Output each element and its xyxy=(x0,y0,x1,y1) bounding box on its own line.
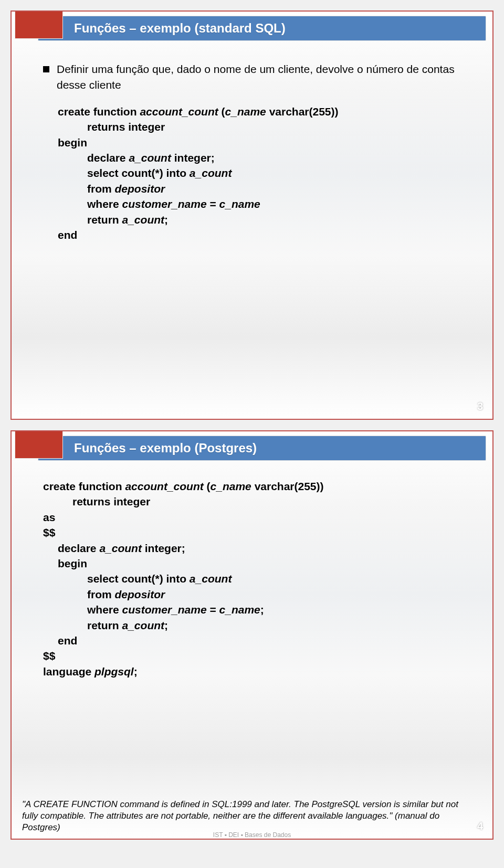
code-kw: ; xyxy=(260,604,264,616)
code-col: customer_name xyxy=(122,198,210,210)
code-kw: declare xyxy=(58,542,99,554)
code-kw: = xyxy=(209,198,219,210)
code-id: account_count xyxy=(140,105,221,118)
code-id: depositor xyxy=(115,183,165,195)
code-kw: $$ xyxy=(43,650,55,662)
bullet-text: Definir uma função que, dado o nome de u… xyxy=(57,61,471,93)
code-id: a_count xyxy=(122,214,165,226)
code-kw: end xyxy=(58,634,77,647)
code-kw: ; xyxy=(134,665,138,678)
slide-title: Funções – exemplo (standard SQL) xyxy=(38,16,486,41)
code-id: c_name xyxy=(225,105,269,118)
code-id: depositor xyxy=(115,588,165,600)
footnote-text: "A CREATE FUNCTION command is defined in… xyxy=(22,799,464,833)
code-kw: varchar(255)) xyxy=(255,480,324,492)
page-number: 4 xyxy=(477,820,483,832)
code-kw: varchar(255)) xyxy=(269,105,339,118)
code-kw: return xyxy=(87,214,122,226)
decorative-red-square xyxy=(15,10,63,39)
decorative-red-square xyxy=(15,430,63,459)
code-kw: returns integer xyxy=(72,495,150,507)
code-kw: where xyxy=(87,604,122,616)
code-paren: ( xyxy=(207,480,211,492)
code-id: a_count xyxy=(99,542,144,554)
code-id: account_count xyxy=(125,480,206,492)
code-id: c_name xyxy=(219,604,260,616)
code-id: c_name xyxy=(219,198,260,210)
slide-1: Funções – exemplo (standard SQL) Definir… xyxy=(10,10,494,420)
code-kw: select count(*) into xyxy=(87,573,190,585)
code-kw: begin xyxy=(58,136,87,149)
code-paren: ( xyxy=(222,105,225,118)
code-kw: integer; xyxy=(145,542,185,554)
code-id: a_count xyxy=(129,152,174,164)
slide-content: Definir uma função que, dado o nome de u… xyxy=(43,61,471,242)
code-kw: declare xyxy=(87,152,129,164)
code-id: a_count xyxy=(122,619,165,631)
code-id: a_count xyxy=(190,167,232,179)
code-kw: return xyxy=(87,619,122,631)
code-kw: create function xyxy=(58,105,140,118)
code-kw: from xyxy=(87,588,115,600)
slide-2: Funções – exemplo (Postgres) create func… xyxy=(10,430,494,840)
code-id: c_name xyxy=(211,480,255,492)
code-kw: language xyxy=(43,665,94,678)
code-kw: begin xyxy=(58,557,87,569)
code-kw: ; xyxy=(164,214,168,226)
code-kw: from xyxy=(87,183,115,195)
code-block: create function account_count (c_name va… xyxy=(43,479,471,679)
code-block: create function account_count (c_name va… xyxy=(58,104,471,243)
bullet-marker-icon xyxy=(43,66,49,72)
code-kw: = xyxy=(209,604,219,616)
code-kw: where xyxy=(87,198,122,210)
code-kw: end xyxy=(58,229,77,241)
page-number: 3 xyxy=(477,400,483,412)
code-kw: integer; xyxy=(174,152,215,164)
slide-title: Funções – exemplo (Postgres) xyxy=(38,436,486,461)
code-kw: ; xyxy=(164,619,168,631)
code-kw: as xyxy=(43,511,55,523)
bullet-item: Definir uma função que, dado o nome de u… xyxy=(43,61,471,93)
code-kw: returns integer xyxy=(87,121,165,133)
slide-content: create function account_count (c_name va… xyxy=(43,479,471,679)
code-col: customer_name xyxy=(122,604,210,616)
code-id: a_count xyxy=(190,573,232,585)
code-kw: $$ xyxy=(43,526,55,538)
code-kw: create function xyxy=(43,480,125,492)
code-kw: select count(*) into xyxy=(87,167,190,179)
code-id: plpgsql xyxy=(94,665,134,678)
